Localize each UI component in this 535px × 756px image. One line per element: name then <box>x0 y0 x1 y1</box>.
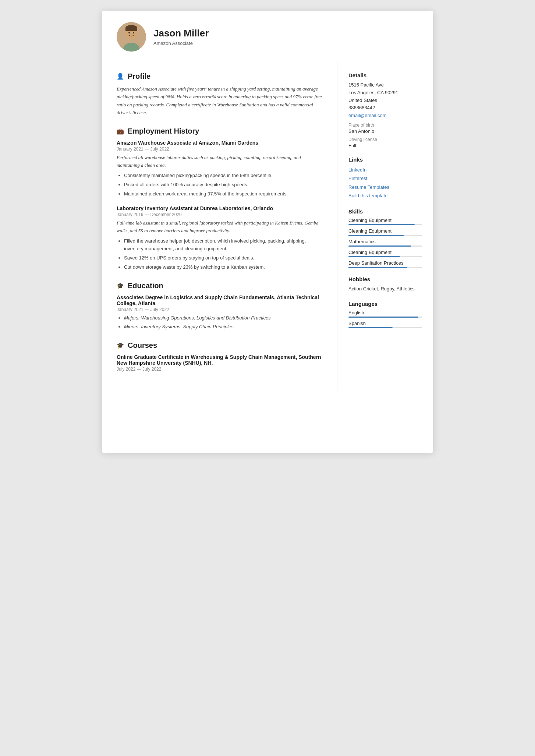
hobbies-title: Hobbies <box>348 276 422 282</box>
header: Jason Miller Amazon Associate <box>102 11 433 61</box>
job-description: Full-time lab assistant in a small, regi… <box>117 219 324 235</box>
bullet-item: Consistently maintained picking/packing … <box>124 172 324 180</box>
driving-license-label: Driving license <box>348 137 422 142</box>
candidate-title: Amazon Associate <box>153 40 209 46</box>
details-section: Details 1515 Pacific Ave Los Angeles, CA… <box>348 72 422 148</box>
address-line1: 1515 Pacific Ave <box>348 81 422 89</box>
phone: 3868683442 <box>348 104 422 112</box>
avatar <box>117 22 146 52</box>
link-resume-templates[interactable]: Resume Templates <box>348 183 422 191</box>
svg-point-5 <box>128 32 130 33</box>
language-name: English <box>348 310 422 315</box>
skill-name: Cleaning Equipment <box>348 250 422 255</box>
job-item: Amazon Warehouse Associate at Amazon, Mi… <box>117 140 324 198</box>
education-section-header: 🎓 Education <box>117 282 324 290</box>
course-dates: July 2022 — July 2022 <box>117 367 324 372</box>
skill-bar-bg <box>348 267 422 268</box>
sidebar: Details 1515 Pacific Ave Los Angeles, CA… <box>337 61 433 390</box>
header-info: Jason Miller Amazon Associate <box>153 28 209 46</box>
link-linkedin[interactable]: LinkedIn <box>348 166 422 174</box>
skill-bar-bg <box>348 224 422 225</box>
hobbies-section: Hobbies Action Cricket, Rugby, Athletics <box>348 276 422 293</box>
course-item: Online Graduate Certificate in Warehousi… <box>117 354 324 372</box>
education-icon: 🎓 <box>117 282 124 289</box>
skill-name: Deep Sanitation Practices <box>348 260 422 266</box>
language-item: Spanish <box>348 321 422 328</box>
languages-title: Languages <box>348 301 422 307</box>
bullet-item: Cut down storage waste by 23% by switchi… <box>124 264 324 271</box>
language-item: English <box>348 310 422 318</box>
language-name: Spanish <box>348 321 422 326</box>
body-layout: 👤 Profile Experienced Amazon Associate w… <box>102 61 433 390</box>
bullet-item: Majors: Warehousing Operations, Logistic… <box>124 314 324 322</box>
courses-section-title: Courses <box>128 341 157 350</box>
profile-section-title: Profile <box>128 72 150 81</box>
employment-icon: 💼 <box>117 128 124 135</box>
links-title: Links <box>348 156 422 163</box>
profile-text: Experienced Amazon Associate with five y… <box>117 85 324 117</box>
language-bar-bg <box>348 327 422 328</box>
courses-icon: 🎓 <box>117 342 124 349</box>
link-build-template[interactable]: Build this template <box>348 191 422 200</box>
job-bullets: Filled the warehouse helper job descript… <box>117 237 324 271</box>
email[interactable]: email@email.com <box>348 112 422 120</box>
skill-bar-fill <box>348 256 400 257</box>
candidate-name: Jason Miller <box>153 28 209 39</box>
hobbies-text: Action Cricket, Rugby, Athletics <box>348 285 422 293</box>
svg-rect-4 <box>125 28 137 31</box>
education-section-title: Education <box>128 282 163 290</box>
job-bullets: Consistently maintained picking/packing … <box>117 172 324 198</box>
skill-name: Cleaning Equipment <box>348 218 422 223</box>
bullet-item: Minors: Inventory Systems, Supply Chain … <box>124 323 324 331</box>
job-description: Performed all warehouse laborer duties s… <box>117 154 324 169</box>
skill-bar-fill <box>348 224 415 225</box>
skill-item: Mathematics <box>348 239 422 247</box>
language-bar-fill <box>348 327 393 328</box>
job-dates: January 2021 — July 2022 <box>117 146 324 152</box>
employment-section-title: Employment History <box>128 127 199 135</box>
skill-bar-bg <box>348 245 422 247</box>
skill-name: Mathematics <box>348 239 422 244</box>
bullet-item: Picked all orders with 100% accuracy des… <box>124 181 324 189</box>
details-title: Details <box>348 72 422 78</box>
bullet-item: Maintained a clean work area, meeting 97… <box>124 190 324 198</box>
skill-name: Cleaning Equipment <box>348 228 422 234</box>
job-title: Amazon Warehouse Associate at Amazon, Mi… <box>117 140 324 146</box>
address-line3: United States <box>348 97 422 105</box>
education-item: Associates Degree in Logistics and Suppl… <box>117 294 324 331</box>
skills-section: Skills Cleaning Equipment Cleaning Equip… <box>348 208 422 268</box>
edu-title: Associates Degree in Logistics and Suppl… <box>117 294 324 306</box>
place-of-birth: San Antonio <box>348 128 422 134</box>
bullet-item: Filled the warehouse helper job descript… <box>124 237 324 253</box>
links-section: Links LinkedIn Pinterest Resume Template… <box>348 156 422 200</box>
svg-point-6 <box>133 32 134 33</box>
job-dates: January 2019 — December 2020 <box>117 212 324 217</box>
skill-item: Cleaning Equipment <box>348 228 422 236</box>
driving-license: Full <box>348 143 422 148</box>
profile-section-header: 👤 Profile <box>117 72 324 81</box>
employment-section-header: 💼 Employment History <box>117 127 324 135</box>
link-pinterest[interactable]: Pinterest <box>348 174 422 183</box>
bullet-item: Saved 12% on UPS orders by staying on to… <box>124 254 324 262</box>
address-line2: Los Angeles, CA 90291 <box>348 89 422 97</box>
skill-bar-fill <box>348 245 411 247</box>
language-bar-bg <box>348 317 422 318</box>
skill-bar-bg <box>348 256 422 257</box>
edu-dates: January 2021 — July 2022 <box>117 307 324 312</box>
job-title: Laboratory Inventory Assistant at Dunrea… <box>117 205 324 211</box>
skill-item: Cleaning Equipment <box>348 250 422 257</box>
skills-title: Skills <box>348 208 422 215</box>
languages-section: Languages English Spanish <box>348 301 422 328</box>
language-bar-fill <box>348 317 418 318</box>
place-of-birth-label: Place of birth <box>348 123 422 128</box>
courses-section-header: 🎓 Courses <box>117 341 324 350</box>
profile-icon: 👤 <box>117 73 124 80</box>
skill-bar-fill <box>348 235 404 236</box>
main-content: 👤 Profile Experienced Amazon Associate w… <box>102 61 337 390</box>
edu-bullets: Majors: Warehousing Operations, Logistic… <box>117 314 324 331</box>
course-title: Online Graduate Certificate in Warehousi… <box>117 354 324 366</box>
skill-item: Cleaning Equipment <box>348 218 422 225</box>
skill-bar-bg <box>348 235 422 236</box>
skill-bar-fill <box>348 267 407 268</box>
job-item: Laboratory Inventory Assistant at Dunrea… <box>117 205 324 271</box>
